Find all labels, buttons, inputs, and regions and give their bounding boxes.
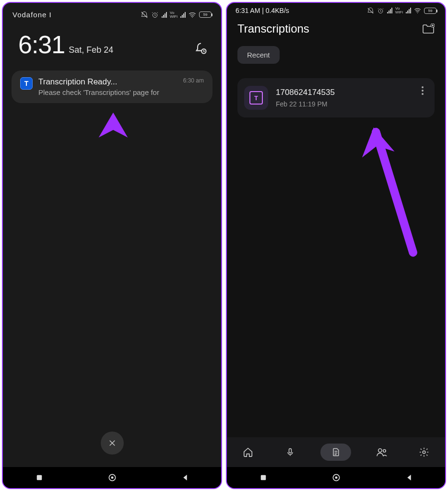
vowifi-icon: VoWiFi — [170, 11, 177, 19]
transcription-avatar-letter: T — [249, 91, 263, 105]
tab-contacts[interactable] — [370, 444, 393, 461]
statusbar: Vodafone I VoWiFi 59 — [3, 3, 221, 22]
mic-icon — [285, 447, 295, 457]
new-folder-icon[interactable] — [422, 23, 435, 34]
transcription-name: 1708624174535 — [276, 88, 410, 97]
page-header: Transcriptions — [227, 16, 445, 40]
more-options-button[interactable] — [417, 86, 428, 98]
svg-rect-16 — [289, 449, 291, 453]
svg-point-11 — [417, 12, 418, 13]
signal-icon-2 — [406, 8, 411, 13]
wifi-icon — [414, 8, 421, 13]
battery-icon: 59 — [424, 8, 436, 14]
android-navbar — [227, 467, 445, 488]
clock-row: 6:31 Sat, Feb 24 — [3, 22, 221, 68]
transcription-info: 1708624174535 Feb 22 11:19 PM — [276, 88, 410, 108]
svg-point-15 — [422, 93, 424, 95]
tab-home[interactable] — [236, 444, 259, 461]
svg-point-19 — [423, 451, 425, 454]
alarm-icon — [377, 7, 384, 14]
clear-notifications-button[interactable] — [101, 432, 124, 455]
tab-settings[interactable] — [413, 444, 436, 461]
notification-time: 6:30 am — [183, 77, 204, 84]
tab-transcriptions[interactable] — [320, 444, 351, 461]
svg-point-2 — [192, 17, 193, 17]
transcription-avatar: T — [244, 86, 268, 110]
notification-text: Transcription Ready... Please check 'Tra… — [38, 77, 177, 96]
svg-rect-20 — [260, 475, 266, 480]
transcription-date: Feb 22 11:19 PM — [276, 100, 410, 108]
notification-settings-icon[interactable] — [194, 42, 208, 55]
close-icon — [108, 439, 117, 447]
svg-point-18 — [383, 450, 386, 452]
android-navbar — [3, 467, 221, 488]
svg-point-22 — [335, 477, 337, 479]
phone-app-transcriptions: 6:31 AM | 0.4KB/s VoWiFi 59 Transcriptio… — [226, 2, 446, 489]
annotation-arrow — [65, 108, 161, 233]
carrier-label: Vodafone I — [12, 11, 52, 19]
document-icon — [331, 447, 341, 457]
clock-date: Sat, Feb 24 — [69, 45, 113, 55]
app-icon-letter: T — [24, 80, 29, 87]
app-icon: T — [20, 77, 33, 90]
people-icon — [376, 447, 388, 457]
phone-lockscreen: Vodafone I VoWiFi 59 6:31 Sat, Feb 24 T … — [2, 2, 222, 489]
alarm-icon — [151, 11, 159, 19]
status-icons: VoWiFi 59 — [141, 11, 212, 19]
filter-recent-chip[interactable]: Recent — [237, 46, 280, 64]
statusbar-left: 6:31 AM | 0.4KB/s — [236, 7, 289, 14]
bottom-tab-bar — [227, 437, 445, 467]
dnd-icon — [141, 11, 148, 19]
tab-record[interactable] — [279, 444, 302, 461]
gear-icon — [419, 447, 429, 457]
signal-icon — [162, 12, 167, 18]
home-icon — [243, 447, 253, 457]
dnd-icon — [367, 7, 374, 14]
notification-body: Please check 'Transcriptions' page for — [38, 88, 177, 96]
notification-card[interactable]: T Transcription Ready... Please check 'T… — [12, 70, 212, 103]
svg-point-17 — [378, 449, 382, 452]
battery-icon: 59 — [199, 12, 212, 18]
transcription-item[interactable]: T 1708624174535 Feb 22 11:19 PM — [237, 78, 435, 117]
vowifi-icon: VoWiFi — [395, 7, 403, 14]
nav-recents-icon[interactable] — [35, 473, 44, 482]
signal-icon-2 — [180, 12, 186, 18]
nav-home-icon[interactable] — [331, 473, 341, 482]
clock-time: 6:31 — [18, 30, 65, 59]
status-icons: VoWiFi 59 — [367, 7, 436, 14]
nav-back-icon[interactable] — [181, 473, 189, 482]
annotation-arrow — [347, 123, 428, 262]
nav-recents-icon[interactable] — [259, 473, 268, 482]
svg-point-8 — [111, 477, 113, 479]
notification-title: Transcription Ready... — [38, 77, 177, 87]
svg-point-14 — [422, 90, 424, 92]
nav-home-icon[interactable] — [107, 473, 117, 482]
svg-point-13 — [422, 86, 424, 88]
wifi-icon — [189, 12, 196, 18]
more-vert-icon — [421, 86, 424, 95]
nav-back-icon[interactable] — [405, 473, 413, 482]
signal-icon — [387, 8, 392, 13]
statusbar: 6:31 AM | 0.4KB/s VoWiFi 59 — [227, 3, 445, 16]
filter-label: Recent — [247, 51, 270, 59]
page-title: Transcriptions — [237, 22, 309, 35]
svg-rect-6 — [36, 475, 42, 480]
